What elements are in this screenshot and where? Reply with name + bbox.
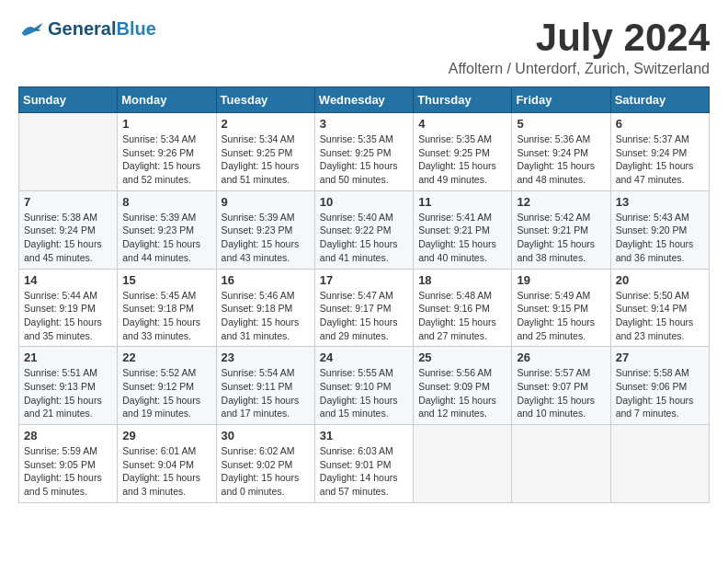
day-number: 21 — [24, 350, 112, 364]
day-number: 6 — [616, 117, 704, 131]
day-number: 25 — [418, 350, 506, 364]
day-number: 20 — [616, 273, 704, 287]
day-info: Sunrise: 6:03 AMSunset: 9:01 PMDaylight:… — [320, 444, 408, 499]
location-title: Affoltern / Unterdorf, Zurich, Switzerla… — [449, 61, 710, 77]
day-info: Sunrise: 5:57 AMSunset: 9:07 PMDaylight:… — [517, 366, 605, 420]
day-info: Sunrise: 5:37 AMSunset: 9:24 PMDaylight:… — [616, 132, 704, 187]
column-header-monday: Monday — [118, 87, 216, 113]
day-number: 29 — [122, 429, 210, 442]
day-number: 2 — [222, 117, 310, 131]
day-info: Sunrise: 5:34 AMSunset: 9:26 PMDaylight:… — [122, 132, 210, 187]
day-number: 30 — [222, 429, 310, 442]
logo: GeneralBlue — [18, 18, 156, 40]
day-info: Sunrise: 5:56 AMSunset: 9:09 PMDaylight:… — [418, 366, 506, 420]
calendar-cell: 6Sunrise: 5:37 AMSunset: 9:24 PMDaylight… — [610, 113, 709, 191]
day-info: Sunrise: 6:01 AMSunset: 9:04 PMDaylight:… — [122, 444, 210, 499]
day-number: 9 — [222, 195, 310, 209]
day-info: Sunrise: 5:59 AMSunset: 9:05 PMDaylight:… — [24, 444, 112, 499]
calendar-cell: 2Sunrise: 5:34 AMSunset: 9:25 PMDaylight… — [216, 113, 314, 191]
calendar-cell: 3Sunrise: 5:35 AMSunset: 9:25 PMDaylight… — [314, 113, 413, 191]
day-info: Sunrise: 5:40 AMSunset: 9:22 PMDaylight:… — [320, 211, 408, 265]
day-info: Sunrise: 5:42 AMSunset: 9:21 PMDaylight:… — [517, 211, 605, 265]
calendar-cell: 14Sunrise: 5:44 AMSunset: 9:19 PMDayligh… — [19, 269, 118, 347]
day-info: Sunrise: 5:48 AMSunset: 9:16 PMDaylight:… — [418, 289, 506, 343]
day-info: Sunrise: 5:43 AMSunset: 9:20 PMDaylight:… — [616, 211, 704, 265]
day-number: 1 — [122, 117, 210, 131]
column-header-saturday: Saturday — [610, 87, 709, 113]
calendar-cell — [414, 425, 512, 503]
day-info: Sunrise: 5:35 AMSunset: 9:25 PMDaylight:… — [418, 132, 506, 187]
day-info: Sunrise: 5:36 AMSunset: 9:24 PMDaylight:… — [517, 132, 605, 187]
calendar-cell: 26Sunrise: 5:57 AMSunset: 9:07 PMDayligh… — [512, 347, 610, 425]
day-number: 16 — [222, 273, 310, 287]
calendar-cell: 5Sunrise: 5:36 AMSunset: 9:24 PMDaylight… — [512, 113, 610, 191]
calendar-cell: 7Sunrise: 5:38 AMSunset: 9:24 PMDaylight… — [19, 190, 118, 269]
calendar-table: SundayMondayTuesdayWednesdayThursdayFrid… — [18, 86, 710, 503]
day-number: 5 — [517, 117, 605, 131]
day-info: Sunrise: 5:49 AMSunset: 9:15 PMDaylight:… — [517, 289, 605, 343]
day-info: Sunrise: 5:55 AMSunset: 9:10 PMDaylight:… — [320, 366, 408, 420]
day-number: 7 — [24, 195, 112, 209]
title-section: July 2024 Affoltern / Unterdorf, Zurich,… — [449, 18, 710, 77]
calendar-cell: 21Sunrise: 5:51 AMSunset: 9:13 PMDayligh… — [19, 347, 118, 425]
logo-general: General — [48, 18, 116, 39]
day-info: Sunrise: 5:46 AMSunset: 9:18 PMDaylight:… — [222, 289, 310, 343]
day-number: 3 — [320, 117, 408, 131]
day-number: 17 — [320, 273, 408, 287]
day-info: Sunrise: 5:50 AMSunset: 9:14 PMDaylight:… — [616, 289, 704, 343]
day-number: 15 — [122, 273, 210, 287]
day-info: Sunrise: 5:34 AMSunset: 9:25 PMDaylight:… — [222, 132, 310, 187]
calendar-cell: 15Sunrise: 5:45 AMSunset: 9:18 PMDayligh… — [118, 269, 216, 347]
day-number: 8 — [122, 195, 210, 209]
day-number: 27 — [616, 350, 704, 364]
day-number: 22 — [122, 350, 210, 364]
calendar-cell: 27Sunrise: 5:58 AMSunset: 9:06 PMDayligh… — [610, 347, 709, 425]
day-info: Sunrise: 5:41 AMSunset: 9:21 PMDaylight:… — [418, 211, 506, 265]
day-number: 28 — [24, 429, 112, 442]
column-header-sunday: Sunday — [19, 87, 118, 113]
calendar-cell: 25Sunrise: 5:56 AMSunset: 9:09 PMDayligh… — [414, 347, 512, 425]
column-header-friday: Friday — [512, 87, 610, 113]
calendar-cell — [512, 425, 610, 503]
calendar-cell: 19Sunrise: 5:49 AMSunset: 9:15 PMDayligh… — [512, 269, 610, 347]
logo-blue: Blue — [116, 18, 155, 39]
calendar-cell: 12Sunrise: 5:42 AMSunset: 9:21 PMDayligh… — [512, 190, 610, 269]
calendar-cell: 30Sunrise: 6:02 AMSunset: 9:02 PMDayligh… — [216, 425, 314, 503]
calendar-cell — [19, 113, 118, 191]
page-header: GeneralBlue July 2024 Affoltern / Unterd… — [18, 18, 710, 77]
column-header-thursday: Thursday — [414, 87, 512, 113]
day-info: Sunrise: 5:47 AMSunset: 9:17 PMDaylight:… — [320, 289, 408, 343]
month-title: July 2024 — [449, 18, 710, 57]
column-header-wednesday: Wednesday — [314, 87, 413, 113]
calendar-cell: 10Sunrise: 5:40 AMSunset: 9:22 PMDayligh… — [314, 190, 413, 269]
calendar-cell: 22Sunrise: 5:52 AMSunset: 9:12 PMDayligh… — [118, 347, 216, 425]
calendar-cell: 11Sunrise: 5:41 AMSunset: 9:21 PMDayligh… — [414, 190, 512, 269]
day-info: Sunrise: 5:39 AMSunset: 9:23 PMDaylight:… — [122, 211, 210, 265]
day-info: Sunrise: 5:45 AMSunset: 9:18 PMDaylight:… — [122, 289, 210, 343]
calendar-cell: 16Sunrise: 5:46 AMSunset: 9:18 PMDayligh… — [216, 269, 314, 347]
logo-bird-icon — [18, 20, 44, 39]
day-number: 4 — [418, 117, 506, 131]
calendar-cell: 29Sunrise: 6:01 AMSunset: 9:04 PMDayligh… — [118, 425, 216, 503]
column-header-tuesday: Tuesday — [216, 87, 314, 113]
day-info: Sunrise: 5:39 AMSunset: 9:23 PMDaylight:… — [222, 211, 310, 265]
calendar-cell: 13Sunrise: 5:43 AMSunset: 9:20 PMDayligh… — [610, 190, 709, 269]
day-number: 23 — [222, 350, 310, 364]
calendar-cell: 4Sunrise: 5:35 AMSunset: 9:25 PMDaylight… — [414, 113, 512, 191]
day-number: 18 — [418, 273, 506, 287]
calendar-cell: 28Sunrise: 5:59 AMSunset: 9:05 PMDayligh… — [19, 425, 118, 503]
calendar-cell: 8Sunrise: 5:39 AMSunset: 9:23 PMDaylight… — [118, 190, 216, 269]
calendar-cell: 1Sunrise: 5:34 AMSunset: 9:26 PMDaylight… — [118, 113, 216, 191]
calendar-cell — [610, 425, 709, 503]
day-info: Sunrise: 5:54 AMSunset: 9:11 PMDaylight:… — [222, 366, 310, 420]
day-number: 24 — [320, 350, 408, 364]
day-number: 11 — [418, 195, 506, 209]
day-info: Sunrise: 5:58 AMSunset: 9:06 PMDaylight:… — [616, 366, 704, 420]
day-number: 14 — [24, 273, 112, 287]
calendar-cell: 31Sunrise: 6:03 AMSunset: 9:01 PMDayligh… — [314, 425, 413, 503]
day-info: Sunrise: 5:44 AMSunset: 9:19 PMDaylight:… — [24, 289, 112, 343]
calendar-cell: 18Sunrise: 5:48 AMSunset: 9:16 PMDayligh… — [414, 269, 512, 347]
day-info: Sunrise: 5:35 AMSunset: 9:25 PMDaylight:… — [320, 132, 408, 187]
day-number: 13 — [616, 195, 704, 209]
calendar-cell: 24Sunrise: 5:55 AMSunset: 9:10 PMDayligh… — [314, 347, 413, 425]
